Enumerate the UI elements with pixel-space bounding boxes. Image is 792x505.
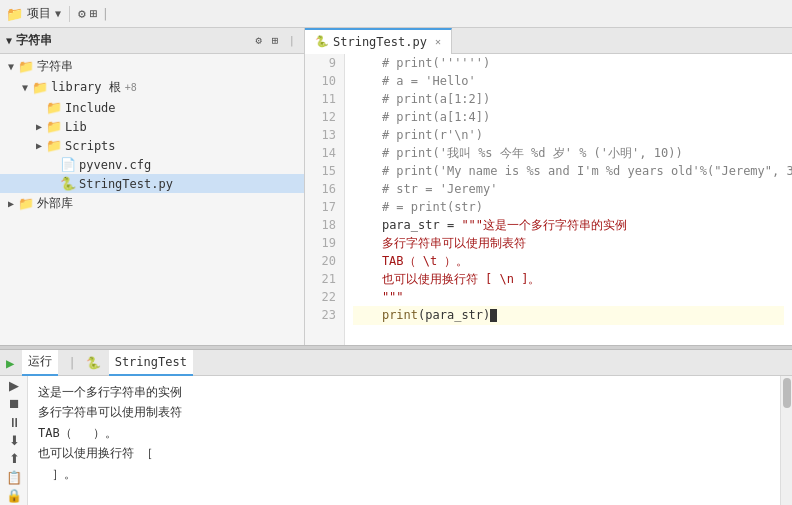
- toolbar-layout-icon[interactable]: ⊞: [90, 6, 98, 21]
- line-num-10: 10: [313, 72, 336, 90]
- arrow-stringtest: ▶: [46, 178, 60, 189]
- bottom-output: 这是一个多行字符串的实例 多行字符串可以使用制表符 TAB（ ）。 也可以使用换…: [28, 376, 780, 505]
- label-zifuchuan: 字符串: [37, 58, 73, 75]
- sidebar-expand-icon[interactable]: ▼: [6, 35, 12, 46]
- line-num-14: 14: [313, 144, 336, 162]
- output-line-3: TAB（ ）。: [38, 423, 770, 443]
- pause-button[interactable]: ⏸: [0, 413, 28, 431]
- code-line-17: # = print(str): [353, 198, 784, 216]
- sidebar-item-scripts[interactable]: ▶ 📁 Scripts: [0, 136, 304, 155]
- code-line-9: # print(''''''): [353, 54, 784, 72]
- line-num-21: 21: [313, 270, 336, 288]
- line-num-13: 13: [313, 126, 336, 144]
- arrow-waibu: ▶: [4, 198, 18, 209]
- arrow-include: ▶: [32, 102, 46, 113]
- sidebar-settings-icon[interactable]: ⚙: [252, 33, 265, 48]
- code-line-23: print(para_str): [353, 306, 784, 325]
- tab-run[interactable]: 运行: [22, 350, 58, 376]
- line-num-20: 20: [313, 252, 336, 270]
- sidebar-item-venv[interactable]: ▼ 📁 library 根 +8: [0, 77, 304, 98]
- stop-button[interactable]: ⏹: [0, 394, 28, 412]
- code-editor[interactable]: 9 10 11 12 13 14 15 16 17 18 19 20 21 22…: [305, 54, 792, 345]
- label-stringtest: StringTest.py: [79, 177, 173, 191]
- code-line-10: # a = 'Hello': [353, 72, 784, 90]
- code-line-14: # print('我叫 %s 今年 %d 岁' % ('小明', 10)): [353, 144, 784, 162]
- label-waibu: 外部库: [37, 195, 73, 212]
- lock-button[interactable]: 🔒: [0, 487, 28, 505]
- line-num-17: 17: [313, 198, 336, 216]
- label-scripts: Scripts: [65, 139, 116, 153]
- output-line-1: 这是一个多行字符串的实例: [38, 382, 770, 402]
- folder-icon-venv: 📁: [32, 80, 48, 95]
- sidebar-item-waibuку[interactable]: ▶ 📁 外部库: [0, 193, 304, 214]
- code-line-13: # print(r'\n'): [353, 126, 784, 144]
- folder-icon-waibu: 📁: [18, 196, 34, 211]
- bottom-scrollbar[interactable]: [780, 376, 792, 505]
- sidebar-tree: ▼ 📁 字符串 ▼ 📁 library 根 +8 ▶ 📁 Include ▶ 📁: [0, 54, 304, 345]
- sidebar: ▼ 字符串 ⚙ ⊞ | ▼ 📁 字符串 ▼ 📁 library 根 +8: [0, 28, 305, 345]
- bottom-toolbar: ▶ ⏹ ⏸ ⬇ ⬆ 📋 🔒: [0, 376, 28, 505]
- code-line-12: # print(a[1:4]): [353, 108, 784, 126]
- run-icon2: 🐍: [86, 356, 101, 370]
- arrow-pyvenv: ▶: [46, 159, 60, 170]
- venv-badge: +8: [125, 82, 137, 93]
- tab-close-button[interactable]: ✕: [435, 36, 441, 47]
- sidebar-item-include[interactable]: ▶ 📁 Include: [0, 98, 304, 117]
- code-line-20: TAB（ \t ）。: [353, 252, 784, 270]
- run-icon: ▶: [6, 355, 14, 371]
- bottom-panel: ▶ 运行 | 🐍 StringTest ▶ ⏹ ⏸ ⬇ ⬆ 📋 🔒 这是一个多行…: [0, 350, 792, 505]
- sidebar-item-pyvenv[interactable]: ▶ 📄 pyvenv.cfg: [0, 155, 304, 174]
- code-line-18: para_str = """这是一个多行字符串的实例: [353, 216, 784, 234]
- output-line-5: ］。: [38, 464, 770, 484]
- sidebar-item-lib[interactable]: ▶ 📁 Lib: [0, 117, 304, 136]
- arrow-lib: ▶: [32, 121, 46, 132]
- output-line-4: 也可以使用换行符 ［: [38, 443, 770, 463]
- arrow-zifuchuan: ▼: [4, 61, 18, 72]
- sidebar-layout-icon[interactable]: ⊞: [269, 33, 282, 48]
- bottom-tabs: ▶ 运行 | 🐍 StringTest: [0, 350, 792, 376]
- folder-icon-zifuchuan: 📁: [18, 59, 34, 74]
- output-line-2: 多行字符串可以使用制表符: [38, 402, 770, 422]
- sidebar-item-zifuchuan[interactable]: ▼ 📁 字符串: [0, 56, 304, 77]
- tab-stringtest[interactable]: 🐍 StringTest.py ✕: [305, 28, 452, 54]
- folder-icon-lib: 📁: [46, 119, 62, 134]
- sidebar-title: 字符串: [16, 32, 52, 49]
- tab-file-icon: 🐍: [315, 35, 329, 48]
- line-num-12: 12: [313, 108, 336, 126]
- folder-icon-scripts: 📁: [46, 138, 62, 153]
- project-dropdown-icon[interactable]: ▼: [55, 8, 61, 19]
- line-num-9: 9: [313, 54, 336, 72]
- line-num-11: 11: [313, 90, 336, 108]
- editor-area: 🐍 StringTest.py ✕ 9 10 11 12 13 14 15 16…: [305, 28, 792, 345]
- down-button[interactable]: ⬇: [0, 431, 28, 449]
- project-label: 项目: [27, 5, 51, 22]
- up-button[interactable]: ⬆: [0, 450, 28, 468]
- line-num-22: 22: [313, 288, 336, 306]
- copy-button[interactable]: 📋: [0, 468, 28, 486]
- line-num-23: 23: [313, 306, 336, 324]
- line-num-19: 19: [313, 234, 336, 252]
- code-line-11: # print(a[1:2]): [353, 90, 784, 108]
- arrow-venv: ▼: [18, 82, 32, 93]
- line-num-15: 15: [313, 162, 336, 180]
- label-include: Include: [65, 101, 116, 115]
- line-num-16: 16: [313, 180, 336, 198]
- run-button[interactable]: ▶: [0, 376, 28, 394]
- code-line-22: """: [353, 288, 784, 306]
- label-pyvenv: pyvenv.cfg: [79, 158, 151, 172]
- toolbar-settings-icon[interactable]: ⚙: [78, 6, 86, 21]
- line-num-18: 18: [313, 216, 336, 234]
- main-area: ▼ 字符串 ⚙ ⊞ | ▼ 📁 字符串 ▼ 📁 library 根 +8: [0, 28, 792, 345]
- scrollbar-thumb[interactable]: [783, 378, 791, 408]
- label-venv: library 根: [51, 79, 121, 96]
- bottom-content-area: ▶ ⏹ ⏸ ⬇ ⬆ 📋 🔒 这是一个多行字符串的实例 多行字符串可以使用制表符 …: [0, 376, 792, 505]
- editor-tabs: 🐍 StringTest.py ✕: [305, 28, 792, 54]
- sidebar-header-left: ▼ 字符串: [6, 32, 52, 49]
- tab-sep: |: [68, 356, 75, 370]
- folder-icon-include: 📁: [46, 100, 62, 115]
- sidebar-item-stringtest[interactable]: ▶ 🐍 StringTest.py: [0, 174, 304, 193]
- code-content[interactable]: # print('''''') # a = 'Hello' # print(a[…: [345, 54, 792, 345]
- code-line-15: # print('My name is %s and I'm %d years …: [353, 162, 784, 180]
- file-icon-stringtest: 🐍: [60, 176, 76, 191]
- tab-stringtest-run[interactable]: StringTest: [109, 350, 193, 376]
